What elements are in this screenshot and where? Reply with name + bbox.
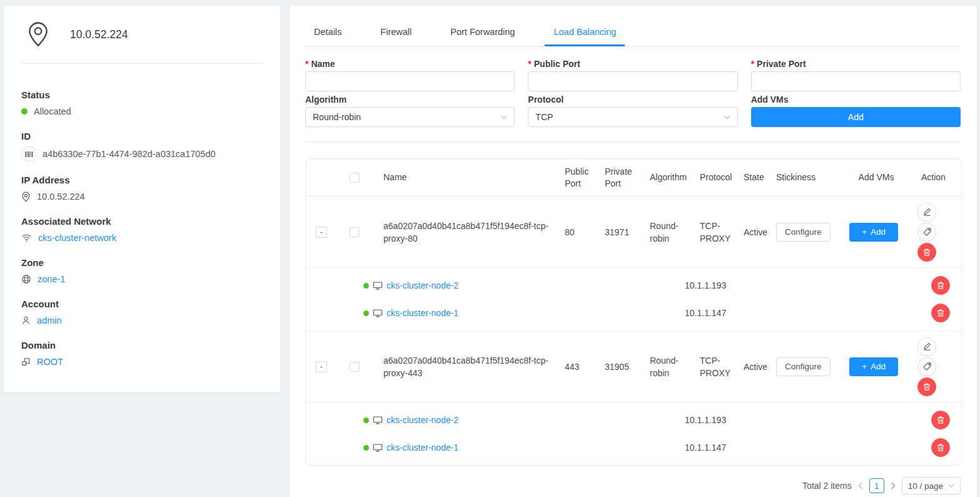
monitor-icon <box>373 281 383 290</box>
protocol-label: Protocol <box>528 94 737 105</box>
public-port-input[interactable] <box>528 71 737 91</box>
algorithm-select[interactable]: Round-robin <box>305 107 515 127</box>
tab-firewall[interactable]: Firewall <box>371 19 420 46</box>
row-checkbox[interactable] <box>350 362 360 372</box>
remove-vm-button[interactable] <box>931 411 950 429</box>
col-header-state: State <box>739 172 771 183</box>
table-row: - a6a0207a0d40b41ca8b471f5f194ec8f-tcp-p… <box>306 197 961 268</box>
vm-link[interactable]: cks-cluster-node-1 <box>386 443 458 453</box>
col-header-protocol: Protocol <box>695 172 739 183</box>
tag-rule-button[interactable] <box>917 223 936 242</box>
select-all-checkbox[interactable] <box>350 173 360 183</box>
stickiness-configure-button[interactable]: Configure <box>776 223 831 242</box>
chevron-down-icon <box>724 115 730 120</box>
user-icon <box>21 315 31 325</box>
vm-ip: 10.1.1.147 <box>685 308 931 318</box>
remove-vm-button[interactable] <box>931 304 950 322</box>
domain-link[interactable]: ROOT <box>37 357 63 367</box>
wifi-icon <box>21 233 32 242</box>
vm-status-dot <box>363 445 369 451</box>
rule-public-port: 80 <box>560 226 600 238</box>
delete-rule-button[interactable] <box>917 377 936 396</box>
trash-icon <box>936 443 945 452</box>
rule-algorithm: Round-robin <box>645 220 695 245</box>
field-label: Account <box>21 298 263 310</box>
tag-rule-button[interactable] <box>917 357 936 376</box>
chevron-down-icon <box>948 484 954 488</box>
plus-icon: + <box>862 362 867 371</box>
field-label: IP Address <box>21 174 263 186</box>
field-id: ID a4b6330e-77b1-4474-982d-a031ca1705d0 <box>21 130 263 161</box>
row-checkbox[interactable] <box>350 227 360 237</box>
vm-ip: 10.1.1.147 <box>685 443 931 453</box>
edit-rule-button[interactable] <box>917 203 936 222</box>
assigned-vms-section: cks-cluster-node-2 10.1.1.193 <box>306 268 961 331</box>
trash-icon <box>936 416 945 424</box>
vm-link[interactable]: cks-cluster-node-2 <box>386 280 458 290</box>
lb-rules-table: Name Public Port Private Port Algorithm … <box>305 158 962 466</box>
next-page-button[interactable] <box>891 482 896 489</box>
field-label: Domain <box>21 339 263 351</box>
tab-details[interactable]: Details <box>305 19 350 46</box>
rule-public-port: 443 <box>560 361 600 373</box>
assigned-vms-section: cks-cluster-node-2 10.1.1.193 <box>306 402 961 465</box>
field-label: Status <box>21 89 263 101</box>
table-header-row: Name Public Port Private Port Algorithm … <box>306 159 961 197</box>
chevron-left-icon <box>858 482 863 489</box>
pagination: Total 2 items 1 10 / page <box>305 477 961 494</box>
private-port-input[interactable] <box>751 71 961 91</box>
name-input[interactable] <box>305 71 515 91</box>
vm-row: cks-cluster-node-2 10.1.1.193 <box>306 406 961 434</box>
vm-status-dot <box>363 418 369 423</box>
protocol-select[interactable]: TCP <box>528 107 737 127</box>
vm-status-dot <box>363 283 369 289</box>
add-vms-label: Add VMs <box>751 94 961 105</box>
col-header-name: Name <box>372 172 560 183</box>
field-ip-address: IP Address 10.0.52.224 <box>21 174 263 203</box>
page-number-button[interactable]: 1 <box>869 478 884 493</box>
rule-name: a6a0207a0d40b41ca8b471f5f194ec8f-tcp-pro… <box>372 354 560 379</box>
remove-vm-button[interactable] <box>931 276 950 295</box>
rule-protocol: TCP-PROXY <box>695 354 739 379</box>
location-pin-icon <box>21 192 31 202</box>
page-size-select[interactable]: 10 / page <box>902 477 961 494</box>
delete-rule-button[interactable] <box>917 243 936 262</box>
account-link[interactable]: admin <box>37 315 62 325</box>
vm-ip: 10.1.1.193 <box>685 280 931 290</box>
trash-icon <box>936 309 945 317</box>
tag-icon <box>922 227 932 237</box>
remove-vm-button[interactable] <box>931 438 950 457</box>
collapse-row-button[interactable]: - <box>316 227 327 238</box>
ip-card-header: 10.0.52.224 <box>4 6 280 63</box>
trash-icon <box>922 382 931 391</box>
pencil-icon <box>922 207 932 217</box>
associated-network-link[interactable]: cks-cluster-network <box>38 233 116 243</box>
tab-load-balancing[interactable]: Load Balancing <box>545 19 625 46</box>
vm-link[interactable]: cks-cluster-node-2 <box>386 415 458 425</box>
tab-port-forwarding[interactable]: Port Forwarding <box>442 19 523 46</box>
pagination-total: Total 2 items <box>802 481 852 491</box>
rule-state: Active <box>739 361 771 373</box>
required-asterisk: * <box>528 59 531 69</box>
stickiness-configure-button[interactable]: Configure <box>776 357 831 376</box>
plus-icon: + <box>862 227 867 237</box>
zone-link[interactable]: zone-1 <box>38 274 65 284</box>
edit-rule-button[interactable] <box>917 337 936 356</box>
collapse-row-button[interactable]: - <box>316 361 327 372</box>
field-account: Account admin <box>21 298 263 327</box>
globe-icon <box>21 274 31 284</box>
trash-icon <box>922 248 931 257</box>
add-vm-button[interactable]: +Add <box>849 223 898 242</box>
add-vm-button[interactable]: +Add <box>849 357 898 376</box>
pencil-icon <box>922 342 932 351</box>
col-header-add-vms: Add VMs <box>831 172 916 183</box>
vm-link[interactable]: cks-cluster-node-1 <box>386 308 458 318</box>
field-label: Associated Network <box>21 215 263 227</box>
trash-icon <box>936 281 945 290</box>
rule-name: a6a0207a0d40b41ca8b471f5f194ec8f-tcp-pro… <box>372 220 560 245</box>
add-rule-button[interactable]: Add <box>751 107 961 127</box>
field-zone: Zone zone-1 <box>21 257 263 285</box>
monitor-icon <box>373 416 383 425</box>
detail-panel: Details Firewall Port Forwarding Load Ba… <box>289 5 977 497</box>
prev-page-button[interactable] <box>858 482 863 489</box>
